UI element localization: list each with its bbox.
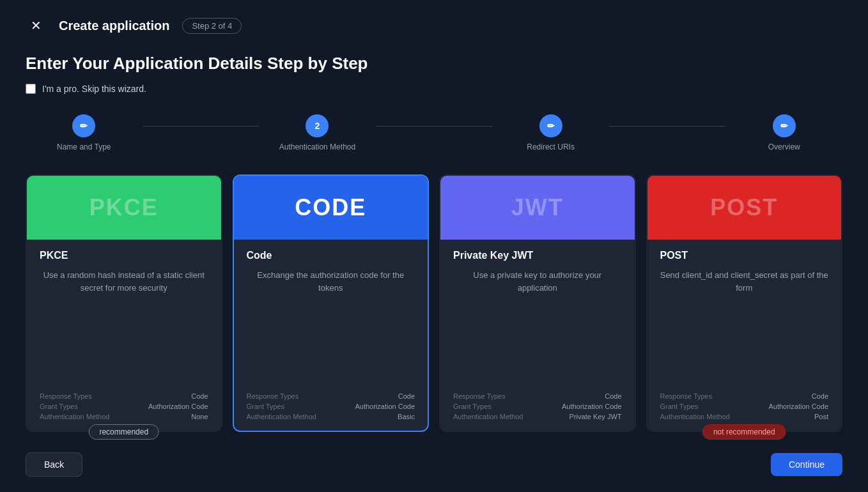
step-circle-2: 2: [306, 114, 329, 137]
card-pkce-header: PKCE: [27, 176, 221, 240]
close-button[interactable]: ✕: [26, 15, 46, 36]
meta-row: Grant Types Authorization Code: [247, 403, 415, 410]
card-pkce-name: PKCE: [40, 250, 208, 261]
continue-button[interactable]: Continue: [771, 453, 842, 476]
dialog-header: ✕ Create application Step 2 of 4: [26, 15, 842, 36]
meta-row: Response Types Code: [660, 392, 829, 400]
card-code[interactable]: CODE Code Exchange the authorization cod…: [233, 174, 430, 432]
card-post-name: POST: [660, 250, 829, 261]
card-code-desc: Exchange the authorization code for the …: [247, 269, 415, 382]
page-title: Enter Your Application Details Step by S…: [26, 54, 842, 73]
step-label-1: Name and Type: [57, 142, 111, 151]
stepper: ✏ Name and Type 2 Authentication Method …: [26, 114, 842, 151]
card-post-header-label: POST: [710, 194, 778, 221]
card-pkce-body: PKCE Use a random hash instead of a stat…: [27, 240, 221, 431]
cards-container: PKCE PKCE Use a random hash instead of a…: [26, 174, 842, 432]
meta-row: Authentication Method None: [40, 413, 208, 420]
create-application-dialog: ✕ Create application Step 2 of 4 Enter Y…: [0, 0, 868, 492]
card-post-desc: Send client_id and client_secret as part…: [660, 269, 829, 382]
step-label-3: Redirect URIs: [527, 142, 575, 151]
card-jwt-desc: Use a private key to authorize your appl…: [453, 269, 622, 382]
dialog-title: Create application: [59, 19, 169, 33]
card-post-meta: Response Types Code Grant Types Authoriz…: [660, 392, 829, 420]
step-circle-3: ✏: [539, 114, 562, 137]
card-pkce-header-label: PKCE: [89, 194, 159, 221]
meta-row: Grant Types Authorization Code: [453, 403, 622, 410]
step-label-4: Overview: [768, 142, 800, 151]
card-pkce-desc: Use a random hash instead of a static cl…: [40, 269, 208, 382]
step-connector-3: [609, 126, 726, 127]
step-item-auth-method: 2 Authentication Method: [259, 114, 376, 151]
meta-row: Authentication Method Private Key JWT: [453, 413, 622, 420]
meta-row: Grant Types Authorization Code: [40, 403, 208, 410]
card-jwt-body: Private Key JWT Use a private key to aut…: [440, 240, 635, 431]
card-jwt[interactable]: JWT Private Key JWT Use a private key to…: [439, 174, 636, 432]
meta-row: Grant Types Authorization Code: [660, 403, 829, 410]
step-label-2: Authentication Method: [279, 142, 355, 151]
card-code-name: Code: [247, 250, 415, 261]
pro-skip-checkbox[interactable]: [26, 84, 36, 94]
meta-row: Response Types Code: [247, 392, 415, 400]
meta-row: Authentication Method Basic: [247, 413, 415, 420]
pro-skip-container: I'm a pro. Skip this wizard.: [26, 84, 842, 94]
step-item-overview: ✏ Overview: [725, 114, 842, 151]
card-jwt-name: Private Key JWT: [453, 250, 622, 261]
step-circle-4: ✏: [773, 114, 796, 137]
meta-row: Response Types Code: [453, 392, 622, 400]
card-jwt-meta: Response Types Code Grant Types Authoriz…: [453, 392, 622, 420]
step-connector-1: [143, 126, 260, 127]
recommended-badge: recommended: [88, 424, 159, 440]
step-circle-1: ✏: [72, 114, 95, 137]
card-code-meta: Response Types Code Grant Types Authoriz…: [247, 392, 415, 420]
step-item-name-type: ✏ Name and Type: [26, 114, 143, 151]
meta-row: Authentication Method Post: [660, 413, 829, 420]
step-badge: Step 2 of 4: [182, 18, 242, 34]
meta-row: Response Types Code: [40, 392, 208, 400]
step-item-redirect-uris: ✏ Redirect URIs: [492, 114, 609, 151]
back-button[interactable]: Back: [26, 452, 82, 477]
card-code-header: CODE: [234, 176, 428, 240]
card-post[interactable]: POST POST Send client_id and client_secr…: [646, 174, 843, 432]
pro-skip-label[interactable]: I'm a pro. Skip this wizard.: [42, 84, 146, 94]
not-recommended-badge: not recommended: [702, 424, 786, 440]
card-pkce-meta: Response Types Code Grant Types Authoriz…: [40, 392, 208, 420]
card-post-header: POST: [647, 176, 842, 240]
card-jwt-header: JWT: [440, 176, 635, 240]
card-code-header-label: CODE: [295, 194, 366, 221]
card-pkce[interactable]: PKCE PKCE Use a random hash instead of a…: [26, 174, 222, 432]
card-post-body: POST Send client_id and client_secret as…: [647, 240, 842, 431]
step-connector-2: [376, 126, 493, 127]
dialog-footer: Back Continue: [26, 452, 842, 477]
card-code-body: Code Exchange the authorization code for…: [234, 240, 428, 431]
card-jwt-header-label: JWT: [511, 194, 564, 221]
